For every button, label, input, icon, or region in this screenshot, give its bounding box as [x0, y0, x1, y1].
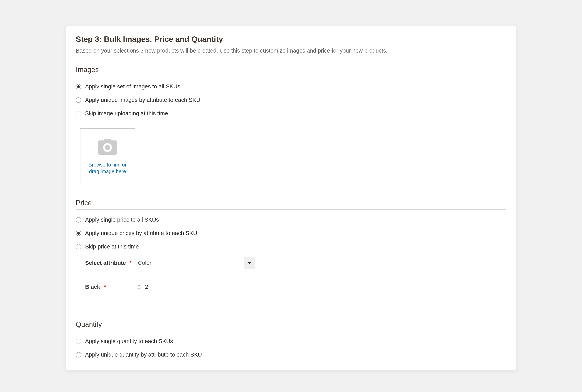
- price-option-1[interactable]: Apply unique prices by attribute to each…: [76, 230, 506, 236]
- wizard-step-panel: Step 3: Bulk Images, Price and Quantity …: [66, 25, 516, 370]
- required-mark: *: [130, 260, 132, 266]
- radio-icon[interactable]: [76, 339, 81, 344]
- attribute-select-toggle[interactable]: [244, 257, 255, 269]
- section-title-images: Images: [76, 66, 506, 76]
- radio-icon[interactable]: [76, 84, 81, 90]
- price-black-row: Black * $: [85, 281, 506, 293]
- price-row-label: Black *: [85, 284, 134, 290]
- select-attribute-row: Select attribute * Color: [85, 257, 506, 269]
- radio-label: Apply unique images by attribute to each…: [85, 97, 200, 103]
- section-title-price: Price: [76, 199, 506, 210]
- images-option-1[interactable]: Apply unique images by attribute to each…: [76, 97, 506, 103]
- radio-icon[interactable]: [76, 352, 81, 358]
- label-text: Select attribute: [85, 260, 126, 266]
- radio-label: Apply single set of images to all SKUs: [85, 83, 180, 90]
- required-mark: *: [104, 284, 106, 290]
- radio-icon[interactable]: [76, 244, 81, 250]
- radio-icon[interactable]: [76, 97, 81, 103]
- radio-icon[interactable]: [76, 230, 81, 236]
- label-text: Black: [85, 284, 100, 290]
- radio-icon[interactable]: [76, 111, 81, 116]
- images-option-2[interactable]: Skip image uploading at this time: [76, 110, 506, 117]
- radio-icon[interactable]: [76, 217, 81, 222]
- step-subtitle: Based on your selections 3 new products …: [76, 48, 506, 54]
- select-attribute-label: Select attribute *: [85, 260, 134, 266]
- price-option-0[interactable]: Apply single price to all SKUs: [76, 216, 506, 223]
- price-option-2[interactable]: Skip price at this time: [76, 244, 506, 250]
- radio-label: Skip price at this time: [85, 244, 139, 250]
- quantity-option-0[interactable]: Apply single quantity to each SKUs: [76, 338, 506, 344]
- radio-label: Apply unique quantity by attribute to ea…: [85, 352, 202, 358]
- camera-icon: [97, 137, 118, 158]
- radio-label: Skip image uploading at this time: [85, 110, 168, 117]
- image-upload-dropzone[interactable]: Browse to find or drag image here: [80, 128, 135, 183]
- attribute-select[interactable]: Color: [134, 257, 255, 269]
- quantity-option-1[interactable]: Apply unique quantity by attribute to ea…: [76, 352, 506, 358]
- chevron-down-icon: [248, 262, 251, 264]
- attribute-select-value[interactable]: Color: [134, 257, 255, 269]
- step-title: Step 3: Bulk Images, Price and Quantity: [76, 35, 506, 44]
- radio-label: Apply single quantity to each SKUs: [85, 338, 173, 344]
- uploader-text: Browse to find or drag image here: [88, 162, 127, 175]
- radio-label: Apply single price to all SKUs: [85, 216, 159, 223]
- section-title-quantity: Quantity: [76, 320, 506, 331]
- images-option-0[interactable]: Apply single set of images to all SKUs: [76, 83, 506, 90]
- price-input-black[interactable]: [134, 281, 255, 293]
- price-input-wrap: $: [134, 281, 255, 293]
- radio-label: Apply unique prices by attribute to each…: [85, 230, 197, 236]
